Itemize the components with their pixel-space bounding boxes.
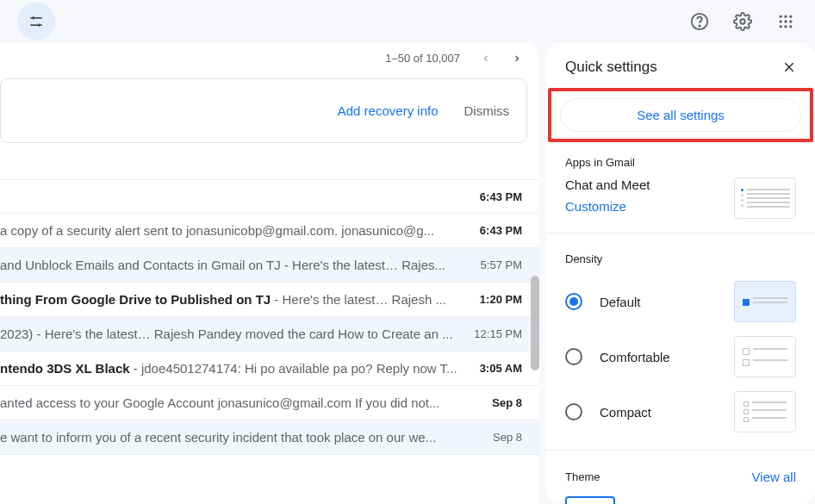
svg-point-7 <box>780 16 782 18</box>
email-row[interactable]: ntendo 3DS XL Black - jdoe4501274174: Hi… <box>0 352 539 386</box>
density-label: Compact <box>600 405 651 420</box>
email-time: 6:43 PM <box>462 190 522 203</box>
chat-meet-group: Chat and Meet Customize <box>565 177 650 214</box>
svg-point-14 <box>784 25 787 28</box>
svg-point-9 <box>789 16 792 18</box>
email-time: 6:43 PM <box>462 224 522 237</box>
email-text: anted access to your Google Account jona… <box>0 395 462 410</box>
chat-meet-label: Chat and Meet <box>565 177 650 192</box>
email-time: Sep 8 <box>462 396 522 409</box>
gear-icon <box>733 12 752 31</box>
density-preview[interactable] <box>734 391 796 432</box>
density-option: Default <box>546 274 815 329</box>
email-text: ntendo 3DS XL Black - jdoe4501274174: Hi… <box>0 361 462 376</box>
svg-point-6 <box>740 19 745 24</box>
help-icon <box>690 12 709 31</box>
density-preview[interactable] <box>734 281 796 322</box>
apps-button[interactable] <box>770 6 801 37</box>
email-time: 12:15 PM <box>462 327 522 340</box>
density-radio-label[interactable]: Comfortable <box>565 348 670 365</box>
tune-icon <box>28 13 45 30</box>
svg-point-8 <box>784 16 787 18</box>
inbox-content: 1–50 of 10,007 Add recovery info Dismiss… <box>0 43 539 504</box>
density-radio-label[interactable]: Default <box>565 293 641 310</box>
svg-point-5 <box>699 25 700 26</box>
main: 1–50 of 10,007 Add recovery info Dismiss… <box>0 43 815 504</box>
tune-button[interactable] <box>17 3 55 40</box>
chat-meet-preview <box>734 177 796 219</box>
help-button[interactable] <box>684 6 715 37</box>
email-list: 6:43 PMa copy of a security alert sent t… <box>0 179 539 455</box>
divider <box>546 233 815 233</box>
density-option: Compact <box>546 384 815 439</box>
quick-settings-panel: Quick settings See all settings Apps in … <box>546 43 815 504</box>
density-label: Comfortable <box>600 350 670 364</box>
svg-point-13 <box>780 25 782 28</box>
density-label: Default <box>600 295 641 309</box>
email-time: 1:20 PM <box>462 293 522 306</box>
density-radio-label[interactable]: Compact <box>565 403 651 420</box>
customize-link[interactable]: Customize <box>565 199 650 214</box>
close-icon <box>782 60 796 74</box>
email-text: a copy of a security alert sent to jonas… <box>0 223 462 238</box>
apps-section-title: Apps in Gmail <box>546 151 815 177</box>
scrollbar-thumb[interactable] <box>531 276 539 370</box>
apps-grid-icon <box>777 13 794 30</box>
email-text: thing From Google Drive to Published on … <box>0 292 462 307</box>
divider <box>546 450 815 451</box>
email-row[interactable]: 2023) - Here's the latest… Rajesh Pandey… <box>0 317 539 352</box>
email-time: 5:57 PM <box>462 258 522 271</box>
pagination-text: 1–50 of 10,007 <box>385 52 460 65</box>
header <box>0 0 815 43</box>
theme-row: Theme View all <box>546 464 815 493</box>
email-row[interactable]: 6:43 PM <box>0 179 539 214</box>
email-row[interactable]: and Unblock Emails and Contacts in Gmail… <box>0 248 539 283</box>
email-text: e want to inform you of a recent securit… <box>0 430 462 445</box>
email-row[interactable]: a copy of a security alert sent to jonas… <box>0 214 539 248</box>
header-right <box>684 6 806 37</box>
email-row[interactable]: anted access to your Google Account jona… <box>0 386 539 420</box>
recovery-banner: Add recovery info Dismiss <box>0 78 527 143</box>
dismiss-link[interactable]: Dismiss <box>464 103 510 118</box>
email-text: and Unblock Emails and Contacts in Gmail… <box>0 258 462 272</box>
theme-section-title: Theme <box>565 470 600 483</box>
radio-button[interactable] <box>565 403 582 420</box>
svg-point-11 <box>784 20 787 22</box>
email-text: 2023) - Here's the latest… Rajesh Pandey… <box>0 327 462 341</box>
settings-button[interactable] <box>727 6 758 37</box>
next-page-button[interactable] <box>512 53 522 64</box>
density-section-title: Density <box>546 247 815 274</box>
toolbar: 1–50 of 10,007 <box>0 43 539 73</box>
email-time: 3:05 AM <box>462 362 522 375</box>
see-all-settings-button[interactable]: See all settings <box>560 98 801 132</box>
chevron-left-icon <box>481 53 491 64</box>
svg-point-10 <box>780 20 782 22</box>
highlight-box: See all settings <box>548 88 813 142</box>
email-time: Sep 8 <box>462 431 522 444</box>
view-all-themes-link[interactable]: View all <box>752 470 796 484</box>
prev-page-button[interactable] <box>481 53 491 64</box>
theme-thumbnail[interactable] <box>565 496 615 504</box>
email-row[interactable]: thing From Google Drive to Published on … <box>0 283 539 317</box>
close-panel-button[interactable] <box>782 60 796 74</box>
radio-button[interactable] <box>565 293 582 310</box>
density-option: Comfortable <box>546 329 815 384</box>
density-list: Default Comfortable Compact <box>546 274 815 439</box>
density-preview[interactable] <box>734 336 796 377</box>
email-row[interactable]: e want to inform you of a recent securit… <box>0 420 539 455</box>
svg-point-15 <box>789 25 792 28</box>
chevron-right-icon <box>512 53 522 64</box>
svg-point-12 <box>789 20 792 22</box>
apps-row: Chat and Meet Customize <box>546 177 815 233</box>
panel-header: Quick settings <box>546 43 815 88</box>
radio-button[interactable] <box>565 348 582 365</box>
add-recovery-link[interactable]: Add recovery info <box>338 103 439 118</box>
nav-arrows <box>481 53 522 64</box>
panel-title: Quick settings <box>565 59 657 76</box>
header-left <box>9 3 55 40</box>
